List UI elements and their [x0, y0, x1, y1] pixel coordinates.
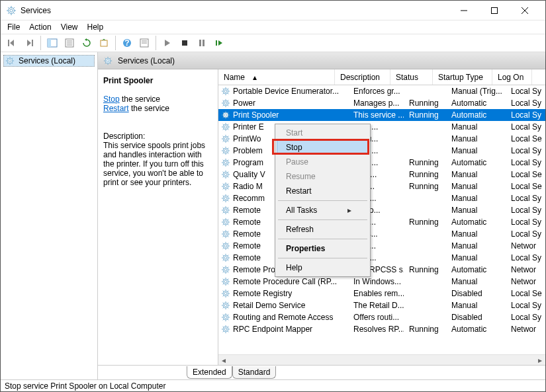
cell-startup: Manual [446, 181, 506, 192]
cell-name: Remote Procedure Call (RP... [232, 276, 348, 287]
scroll-left-button[interactable]: ◂ [218, 355, 229, 366]
ctx-all-tasks[interactable]: All Tasks▸ [277, 203, 369, 217]
cell-startup: Disabled [446, 312, 506, 323]
cell-status: Running [404, 264, 446, 275]
minimize-button[interactable] [449, 1, 479, 20]
refresh-button[interactable] [79, 36, 94, 50]
properties-button[interactable] [62, 36, 77, 50]
description-header: Description: [103, 132, 212, 141]
show-hide-tree-button[interactable] [45, 36, 60, 50]
ctx-help[interactable]: Help [277, 260, 369, 275]
service-row[interactable]: Print SpoolerThis service ...RunningAuto… [218, 109, 545, 121]
menu-action[interactable]: Action [29, 22, 51, 32]
cell-startup: Automatic [446, 157, 506, 168]
service-row[interactable]: Remotes user...ManualNetwor [218, 240, 545, 252]
cell-startup: Disabled [446, 288, 506, 299]
app-icon [6, 5, 17, 16]
cell-startup: Manual [446, 300, 506, 311]
service-row[interactable]: Routing and Remote AccessOffers routi...… [218, 311, 545, 323]
menu-help[interactable]: Help [87, 22, 104, 32]
cell-logon: Networ [506, 241, 545, 251]
service-row[interactable]: Printer Eervice ...ManualLocal Sy [218, 121, 545, 133]
gear-icon [221, 194, 230, 203]
sort-asc-icon: ▴ [253, 73, 259, 82]
submenu-arrow-icon: ▸ [347, 206, 351, 215]
service-row[interactable]: Problemervice ...ManualLocal Sy [218, 145, 545, 157]
restart-link[interactable]: Restart [103, 104, 129, 113]
service-row[interactable]: Recommes aut...ManualLocal Sy [218, 192, 545, 204]
horizontal-scrollbar[interactable]: ◂ ▸ [218, 354, 545, 365]
scroll-right-button[interactable]: ▸ [535, 355, 545, 366]
maximize-button[interactable] [479, 1, 510, 20]
svg-rect-28 [182, 40, 187, 46]
service-row[interactable]: Remotes the r...ManualLocal Sy [218, 252, 545, 264]
svg-rect-29 [199, 40, 201, 46]
gear-icon [103, 56, 113, 65]
cell-status [404, 210, 446, 211]
gear-icon [221, 122, 230, 132]
ctx-refresh[interactable]: Refresh [277, 222, 369, 237]
gear-icon [221, 265, 230, 274]
cell-logon: Networ [506, 324, 545, 334]
restart-suffix: the service [129, 104, 169, 113]
close-button[interactable] [510, 1, 540, 20]
nav-forward-button[interactable] [22, 36, 36, 50]
service-row[interactable]: Remote Procedure Call (RP...In Windows..… [218, 276, 545, 288]
pause-service-button[interactable] [195, 36, 209, 50]
export-button[interactable] [97, 36, 111, 50]
cell-startup: Manual [446, 229, 506, 239]
service-row[interactable]: Remote RegistryEnables rem...DisabledLoc… [218, 288, 545, 299]
col-logon[interactable]: Log On [492, 69, 532, 85]
description-text: This service spools print jobs and handl… [103, 141, 212, 187]
cell-logon: Local Sy [506, 86, 545, 97]
stop-suffix: the service [120, 95, 160, 104]
nav-back-button[interactable] [5, 36, 19, 50]
tree-root-item[interactable]: Services (Local) [3, 55, 95, 67]
ctx-stop[interactable]: Stop [277, 140, 369, 155]
gear-icon [221, 301, 230, 310]
cell-name: Problem [232, 145, 274, 156]
cell-name: Retail Demo Service [232, 300, 348, 311]
menu-view[interactable]: View [61, 22, 78, 32]
start-service-button[interactable] [160, 36, 175, 50]
cell-desc: Resolves RP... [348, 324, 404, 334]
gear-icon [221, 98, 230, 108]
service-row[interactable]: Retail Demo ServiceThe Retail D...Manual… [218, 299, 545, 311]
ctx-start: Start [277, 126, 369, 140]
cell-name: Portable Device Enumerator... [232, 86, 348, 97]
client-area: Services (Local) Services (Local) Print … [1, 52, 545, 379]
ctx-restart[interactable]: Restart [277, 184, 369, 198]
col-name[interactable]: Name▴ [218, 69, 335, 85]
service-row[interactable]: Remotees a co...ManualLocal Sy [218, 204, 545, 216]
stop-service-button[interactable] [177, 36, 192, 50]
col-startup-type[interactable]: Startup Type [433, 69, 492, 85]
service-row[interactable]: PowerManages p...RunningAutomaticLocal S… [218, 97, 545, 109]
col-status[interactable]: Status [390, 69, 433, 85]
cell-name: Print Spooler [232, 110, 348, 120]
cell-name: Remote [232, 253, 274, 263]
service-row[interactable]: Radio MMana...RunningManualLocal Se [218, 180, 545, 192]
service-list[interactable]: Portable Device Enumerator...Enforces gr… [218, 85, 545, 354]
gear-icon [221, 87, 230, 96]
col-description[interactable]: Description [335, 69, 390, 85]
service-row[interactable]: Programervice ...RunningAutomaticLocal S… [218, 157, 545, 169]
service-row[interactable]: Remoteges di...RunningAutomaticLocal Sy [218, 216, 545, 228]
cell-status: Running [404, 217, 446, 227]
tab-standard[interactable]: Standard [232, 366, 277, 379]
tab-extended[interactable]: Extended [187, 366, 232, 379]
cell-startup: Manual [446, 122, 506, 132]
service-row[interactable]: Remote Procedure Call (RPC)The RPCSS s..… [218, 264, 545, 276]
help-button[interactable]: ? [120, 36, 134, 50]
service-row[interactable]: PrintWodes su...ManualLocal Se [218, 133, 545, 145]
service-row[interactable]: Remotete Des...ManualLocal Sy [218, 228, 545, 240]
service-row[interactable]: RPC Endpoint MapperResolves RP...Running… [218, 323, 545, 335]
stop-link[interactable]: Stop [103, 95, 120, 104]
restart-service-button[interactable] [212, 36, 226, 50]
menu-file[interactable]: File [7, 22, 20, 32]
cell-name: Quality V [232, 169, 274, 180]
cell-startup: Manual (Trig... [446, 86, 506, 97]
ctx-properties[interactable]: Properties [277, 241, 369, 256]
service-row[interactable]: Portable Device Enumerator...Enforces gr… [218, 85, 545, 97]
service-row[interactable]: Quality Vty Win...RunningManualLocal Se [218, 169, 545, 180]
prop-sheet-button[interactable] [137, 36, 152, 50]
